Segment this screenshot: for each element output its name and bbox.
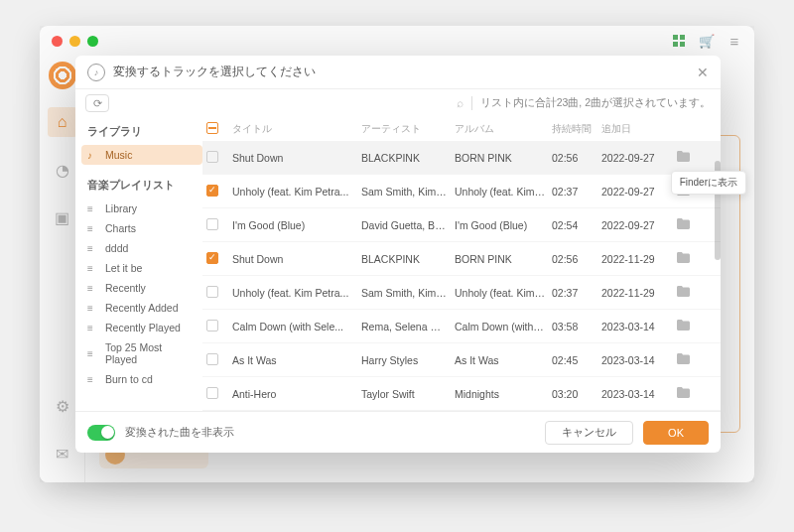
- cell-added: 2023-03-14: [601, 388, 677, 400]
- show-in-finder-icon[interactable]: [677, 218, 703, 232]
- cell-title: Unholy (feat. Kim Petra...: [232, 287, 361, 299]
- sidebar-item-recently[interactable]: ≡Recently: [81, 278, 202, 298]
- status-text: リスト内に合計23曲, 2曲が選択されています。: [471, 96, 711, 110]
- cell-duration: 02:37: [552, 186, 601, 198]
- cell-artist: Harry Styles: [361, 354, 455, 366]
- sidebar-item-label: Recently: [105, 282, 146, 294]
- cell-added: 2022-09-27: [601, 152, 677, 164]
- sidebar-item-burn-to-cd[interactable]: ≡Burn to cd: [81, 369, 202, 389]
- track-selection-modal: ♪ 変換するトラックを選択してください ✕ ⟳ ⌕ リスト内に合計23曲, 2曲…: [75, 56, 721, 453]
- show-in-finder-icon[interactable]: [677, 252, 703, 266]
- table-header: タイトル アーティスト アルバム 持続時間 追加日: [202, 117, 721, 141]
- sidebar-item-label: Top 25 Most Played: [105, 341, 197, 365]
- cell-album: Midnights: [455, 388, 552, 400]
- table-row[interactable]: Unholy (feat. Kim Petra...Sam Smith, Kim…: [202, 175, 721, 208]
- table-row[interactable]: Unholy (feat. Kim Petra...Sam Smith, Kim…: [202, 276, 721, 310]
- sidebar-item-let-it-be[interactable]: ≡Let it be: [81, 258, 202, 278]
- cell-artist: David Guetta, Beb...: [361, 219, 455, 231]
- hide-converted-toggle[interactable]: [87, 425, 115, 441]
- finder-tooltip: Finderに表示: [671, 171, 746, 195]
- playlist-icon: ≡: [87, 223, 99, 234]
- table-row[interactable]: Anti-HeroTaylor SwiftMidnights03:202023-…: [202, 377, 721, 411]
- sidebar-item-label: Let it be: [105, 262, 142, 274]
- row-checkbox[interactable]: [206, 218, 218, 230]
- cell-album: BORN PINK: [455, 152, 552, 164]
- sidebar-item-charts[interactable]: ≡Charts: [81, 218, 202, 238]
- sidebar-item-label: Burn to cd: [105, 373, 153, 385]
- sidebar-item-label: Music: [105, 149, 132, 161]
- cell-duration: 02:54: [552, 219, 601, 231]
- table-row[interactable]: Shut DownBLACKPINKBORN PINK02:562022-11-…: [202, 242, 721, 276]
- col-album[interactable]: アルバム: [455, 122, 552, 136]
- cell-duration: 02:37: [552, 287, 601, 299]
- row-checkbox[interactable]: [206, 320, 218, 332]
- cancel-button[interactable]: キャンセル: [545, 421, 633, 445]
- cell-title: Shut Down: [232, 253, 361, 265]
- show-in-finder-icon[interactable]: [677, 286, 703, 300]
- cell-duration: 03:20: [552, 388, 601, 400]
- cell-added: 2022-11-29: [601, 287, 677, 299]
- sidebar-item-recently-played[interactable]: ≡Recently Played: [81, 318, 202, 337]
- cell-artist: Sam Smith, Kim Pe...: [361, 287, 455, 299]
- col-artist[interactable]: アーティスト: [361, 122, 455, 136]
- cell-album: I'm Good (Blue): [455, 219, 552, 231]
- cell-added: 2022-09-27: [601, 219, 677, 231]
- row-checkbox[interactable]: [206, 286, 218, 298]
- playlist-icon: ♪: [87, 150, 99, 161]
- sidebar-item-label: dddd: [105, 242, 128, 254]
- row-checkbox[interactable]: [206, 151, 218, 163]
- cell-artist: Sam Smith, Kim Pe...: [361, 186, 455, 198]
- close-button[interactable]: ✕: [697, 65, 709, 80]
- show-in-finder-icon[interactable]: [677, 151, 703, 165]
- cell-duration: 02:56: [552, 253, 601, 265]
- cell-duration: 02:56: [552, 152, 601, 164]
- show-in-finder-icon[interactable]: [677, 353, 703, 367]
- modal-title: 変換するトラックを選択してください: [113, 64, 316, 80]
- table-row[interactable]: I'm Good (Blue)David Guetta, Beb...I'm G…: [202, 208, 721, 242]
- cell-title: As It Was: [232, 354, 361, 366]
- playlist-icon: ≡: [87, 374, 99, 385]
- sidebar-item-top-25-most-played[interactable]: ≡Top 25 Most Played: [81, 337, 202, 369]
- row-checkbox[interactable]: [206, 353, 218, 365]
- row-checkbox[interactable]: [206, 185, 218, 197]
- playlist-icon: ≡: [87, 303, 99, 314]
- sidebar-item-label: Recently Added: [105, 302, 179, 314]
- table-row[interactable]: Shut DownBLACKPINKBORN PINK02:562022-09-…: [202, 141, 721, 175]
- sidebar-item-label: Charts: [105, 222, 136, 234]
- col-duration[interactable]: 持続時間: [552, 122, 601, 136]
- cell-added: 2022-09-27: [601, 186, 677, 198]
- row-checkbox[interactable]: [206, 252, 218, 264]
- playlist-icon: ≡: [87, 203, 99, 214]
- cell-duration: 03:58: [552, 321, 601, 332]
- col-title[interactable]: タイトル: [232, 122, 361, 136]
- ok-button[interactable]: OK: [643, 421, 709, 445]
- cell-title: I'm Good (Blue): [232, 219, 361, 231]
- cell-added: 2022-11-29: [601, 253, 677, 265]
- cell-added: 2023-03-14: [601, 354, 677, 366]
- cell-title: Calm Down (with Sele...: [232, 321, 361, 332]
- cell-album: Unholy (feat. Kim P...: [455, 287, 552, 299]
- cell-title: Shut Down: [232, 152, 361, 164]
- sidebar-item-library[interactable]: ≡Library: [81, 199, 202, 218]
- playlist-icon: ≡: [87, 263, 99, 274]
- show-in-finder-icon[interactable]: [677, 320, 703, 333]
- col-added[interactable]: 追加日: [601, 122, 677, 136]
- search-icon[interactable]: ⌕: [457, 96, 463, 110]
- select-all-checkbox[interactable]: [206, 122, 218, 134]
- sidebar-item-recently-added[interactable]: ≡Recently Added: [81, 298, 202, 318]
- cell-added: 2023-03-14: [601, 321, 677, 332]
- refresh-button[interactable]: ⟳: [85, 94, 109, 112]
- sidebar-item-dddd[interactable]: ≡dddd: [81, 238, 202, 258]
- modal-header: ♪ 変換するトラックを選択してください ✕: [75, 56, 721, 89]
- show-in-finder-icon[interactable]: [677, 387, 703, 401]
- cell-duration: 02:45: [552, 354, 601, 366]
- cell-title: Anti-Hero: [232, 388, 361, 400]
- table-row[interactable]: Calm Down (with Sele...Rema, Selena Gom.…: [202, 310, 721, 343]
- modal-body: ライブラリ ♪Music 音楽プレイリスト ≡Library≡Charts≡dd…: [75, 117, 721, 411]
- sidebar-item-music[interactable]: ♪Music: [81, 145, 202, 165]
- cell-album: Calm Down (with S...: [455, 321, 552, 332]
- table-row[interactable]: As It WasHarry StylesAs It Was02:452023-…: [202, 343, 721, 377]
- row-checkbox[interactable]: [206, 387, 218, 399]
- modal-footer: 変換された曲を非表示 キャンセル OK: [75, 411, 721, 453]
- cell-album: Unholy (feat. Kim P...: [455, 186, 552, 198]
